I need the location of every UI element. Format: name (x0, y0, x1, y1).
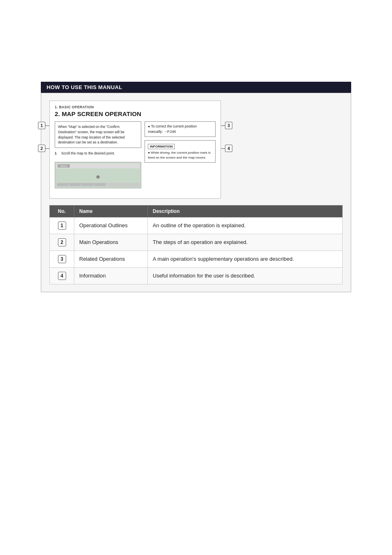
section-header-text: HOW TO USE THIS MANUAL (47, 84, 122, 90)
map-bottom-btn-2 (69, 183, 81, 186)
row-1-no: 1 (50, 217, 74, 234)
table-header-row: No. Name Description (50, 206, 343, 217)
map-center-marker (96, 175, 100, 179)
map-toolbar: Options (56, 163, 140, 168)
info-box: INFORMATION ● While driving, the current… (145, 140, 216, 163)
map-btn-options: Options (58, 164, 70, 168)
related-text: To correct the current position manually… (148, 124, 196, 134)
row-3-badge: 3 (58, 255, 66, 263)
row-1-name: Operational Outlines (74, 217, 148, 234)
manual-left: When "Map" is selected on the "Confirm D… (55, 121, 141, 188)
related-box: ● To correct the current position manual… (145, 121, 216, 137)
step-row-1: 1 Scroll the map to the desired point. (55, 151, 141, 156)
callout-number-3: 3 (225, 122, 232, 129)
outline-box: When "Map" is selected on the "Confirm D… (55, 121, 141, 148)
callout-number-2: 2 (38, 145, 45, 152)
col-header-no: No. (50, 206, 74, 217)
manual-body: When "Map" is selected on the "Confirm D… (55, 121, 216, 188)
table-wrapper: No. Name Description 1 (49, 205, 343, 284)
row-4-name: Information (74, 268, 148, 284)
row-3-desc: A main operation's supplementary operati… (148, 251, 343, 268)
table-row: 2 Main Operations The steps of an operat… (50, 234, 343, 251)
map-bottom-btn-3 (82, 183, 93, 186)
row-1-badge: 1 (58, 222, 66, 230)
map-bottom-btn-4 (94, 183, 105, 186)
col-header-name: Name (74, 206, 148, 217)
row-4-no: 4 (50, 268, 74, 284)
map-image: Options (55, 162, 141, 188)
col-header-desc: Description (148, 206, 343, 217)
info-label: INFORMATION (148, 144, 175, 149)
row-2-badge: 2 (58, 238, 66, 246)
manual-page: 1. BASIC OPERATION 2. MAP SCREEN OPERATI… (49, 101, 221, 199)
manual-right: ● To correct the current position manual… (145, 121, 216, 188)
row-2-desc: The steps of an operation are explained. (148, 234, 343, 251)
map-bottom-bar (56, 183, 140, 187)
row-2-no: 2 (50, 234, 74, 251)
row-2-name: Main Operations (74, 234, 148, 251)
row-4-desc: Useful information for the user is descr… (148, 268, 343, 284)
info-text: ● While driving, the current position ma… (148, 150, 212, 160)
diagram-container: 1 2 3 4 (49, 101, 343, 199)
content-area: 1 2 3 4 (41, 93, 351, 292)
section-header: HOW TO USE THIS MANUAL (41, 82, 351, 93)
row-1-desc: An outline of the operation is explained… (148, 217, 343, 234)
table-row: 3 Related Operations A main operation's … (50, 251, 343, 268)
manual-title: 2. MAP SCREEN OPERATION (55, 110, 216, 117)
callout-number-1: 1 (38, 122, 45, 129)
map-bottom-btn-1 (57, 183, 69, 186)
operations-table: No. Name Description 1 (49, 205, 343, 284)
page-wrapper: HOW TO USE THIS MANUAL 1 2 3 (0, 0, 392, 555)
callout-number-4: 4 (225, 145, 232, 152)
table-row: 4 Information Useful information for the… (50, 268, 343, 284)
step-text: Scroll the map to the desired point. (61, 151, 115, 156)
step-number: 1 (55, 151, 60, 155)
table-row: 1 Operational Outlines An outline of the… (50, 217, 343, 234)
row-3-name: Related Operations (74, 251, 148, 268)
row-4-badge: 4 (58, 272, 66, 280)
row-3-no: 3 (50, 251, 74, 268)
manual-section-label: 1. BASIC OPERATION (55, 105, 216, 109)
